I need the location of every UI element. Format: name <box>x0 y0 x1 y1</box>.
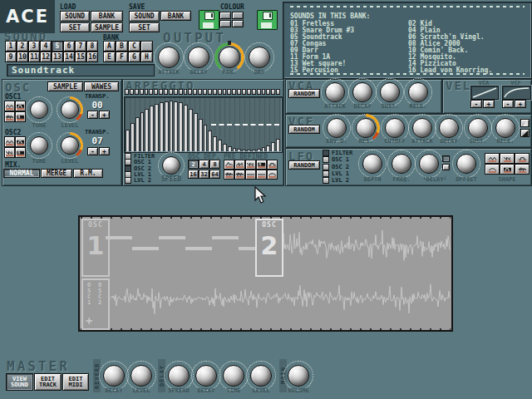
arp-step[interactable] <box>266 89 270 95</box>
arp-step[interactable] <box>164 89 168 95</box>
arp-step[interactable] <box>208 89 212 95</box>
arp-bar[interactable] <box>237 149 241 151</box>
noise-wave-icon-button[interactable] <box>4 111 15 122</box>
vca-sustain-knob[interactable] <box>380 82 400 102</box>
arp-bar[interactable] <box>228 146 232 151</box>
arp-step[interactable] <box>135 89 139 95</box>
vcf-random-button[interactable]: RANDOM <box>288 125 320 134</box>
hill-wave-icon-button[interactable] <box>267 170 278 180</box>
vcf-envd-knob[interactable] <box>327 118 347 138</box>
bank-E-button[interactable]: E <box>103 52 116 62</box>
arp-step[interactable] <box>130 89 134 95</box>
arp-step[interactable] <box>125 89 129 95</box>
sawdown-wave-icon-button[interactable] <box>500 153 515 164</box>
osc-dep-4-button[interactable]: 4 <box>199 160 209 169</box>
step-wave-icon-button[interactable] <box>515 153 530 164</box>
arp-bar[interactable] <box>170 101 174 151</box>
arp-step[interactable] <box>188 89 192 95</box>
sound-number-6-button[interactable]: 6 <box>63 41 75 52</box>
arp-step[interactable] <box>213 89 217 95</box>
save-set-button[interactable]: SET <box>129 22 160 32</box>
target-row-lvl2[interactable]: LVL 2 <box>125 178 151 184</box>
arp-step[interactable] <box>198 89 202 95</box>
mix-normal-button[interactable]: NORMAL <box>3 169 40 178</box>
bank-C-button[interactable]: C <box>128 41 140 52</box>
load-set-button[interactable]: SET <box>60 22 90 32</box>
noise-wave-icon-button[interactable] <box>234 170 245 180</box>
sawdown-wave-icon-button[interactable] <box>4 147 15 158</box>
sound-number-5-button[interactable]: 5 <box>52 41 63 52</box>
osc1-transpose-minus-button[interactable]: - <box>87 111 98 119</box>
lfo-delay-on-button[interactable] <box>442 155 450 162</box>
output-delay-knob[interactable] <box>188 47 209 68</box>
osc2-tune-knob[interactable] <box>30 136 48 155</box>
arp-step[interactable] <box>276 89 280 95</box>
peak-wave-icon-button[interactable] <box>224 160 234 170</box>
arp-bar[interactable] <box>247 150 251 151</box>
arp-step[interactable] <box>159 89 163 95</box>
target-radio[interactable] <box>323 170 329 177</box>
target-radio[interactable] <box>323 150 329 156</box>
lfo-offset-knob[interactable] <box>456 154 476 174</box>
target-row-lvl1[interactable]: LVL 1 <box>323 170 349 177</box>
arp-bar[interactable] <box>126 130 130 151</box>
vel-vca-minus-button[interactable]: - <box>470 100 482 108</box>
arp-bar[interactable] <box>179 102 183 151</box>
arp-step[interactable] <box>179 89 183 95</box>
sound-number-12-button[interactable]: 12 <box>40 52 52 62</box>
sound-number-10-button[interactable]: 10 <box>17 52 28 62</box>
square-wave-icon-button[interactable] <box>15 136 26 147</box>
arp-bar[interactable] <box>271 142 275 151</box>
bank-B-button[interactable]: B <box>116 41 128 52</box>
step-wave-icon-button[interactable] <box>267 160 278 170</box>
delay-time-knob[interactable] <box>223 365 244 387</box>
arp-bar[interactable] <box>257 149 261 151</box>
sound-number-14-button[interactable]: 14 <box>63 52 75 62</box>
bank-blank-button[interactable] <box>140 41 153 52</box>
vca-attack-knob[interactable] <box>325 82 345 102</box>
osc-dep-32-button[interactable]: 32 <box>199 170 209 179</box>
noise-wave-icon-button[interactable] <box>515 164 530 175</box>
mix-merge-button[interactable]: MERGE <box>41 169 72 178</box>
pulse-wave-icon-button[interactable] <box>15 147 26 158</box>
arp-bar[interactable] <box>135 117 140 151</box>
bank-H-button[interactable]: H <box>140 52 153 62</box>
arp-bar[interactable] <box>233 148 237 151</box>
main-volume-knob[interactable] <box>288 365 309 387</box>
bank-list-item[interactable]: 16 Lead von Knorring. <box>408 66 492 74</box>
arp-bar[interactable] <box>189 109 193 151</box>
bank-list-item[interactable]: 15 Percusion <box>290 66 338 74</box>
output-dry-knob[interactable] <box>249 47 270 68</box>
arp-step[interactable] <box>242 89 246 95</box>
arp-bar[interactable] <box>174 101 178 151</box>
osc-dep-64-button[interactable]: 64 <box>209 170 220 179</box>
edit-midi-button[interactable]: EDITMIDI <box>62 373 89 391</box>
sound-number-8-button[interactable]: 8 <box>86 41 98 52</box>
sound-number-11-button[interactable]: 11 <box>28 52 40 62</box>
arpeggio-chart[interactable] <box>124 96 283 153</box>
target-radio[interactable] <box>323 156 329 163</box>
floppy-disk-icon[interactable] <box>257 10 278 30</box>
sound-name-field[interactable]: Soundtrack <box>7 64 155 76</box>
arp-bar[interactable] <box>276 139 280 151</box>
osc2-level-knob[interactable] <box>61 136 79 155</box>
arp-step[interactable] <box>154 89 158 95</box>
arp-bar[interactable] <box>145 109 149 151</box>
arp-bar[interactable] <box>252 150 256 151</box>
lfo-random-button[interactable]: RANDOM <box>288 160 320 170</box>
pulse-wave-icon-button[interactable] <box>256 160 267 170</box>
load-bank-button[interactable]: BANK <box>91 11 123 22</box>
target-row-osc2[interactable]: OSC 2 <box>323 164 349 170</box>
colour-swatch-button[interactable] <box>219 20 231 27</box>
colour-swatch-button[interactable] <box>232 20 244 27</box>
tri-wave-icon-button[interactable] <box>4 101 15 111</box>
sawdown-wave-icon-button[interactable] <box>245 160 256 170</box>
tab-sample[interactable]: SAMPLE <box>47 81 83 91</box>
arp-bar[interactable] <box>213 136 217 151</box>
sound-number-9-button[interactable]: 9 <box>5 52 17 62</box>
osc1-level-knob[interactable] <box>61 101 79 119</box>
arp-bar[interactable] <box>218 140 222 151</box>
arp-step[interactable] <box>174 89 178 95</box>
square-wave-icon-button[interactable] <box>15 101 26 111</box>
delay-spread-knob[interactable] <box>168 365 190 387</box>
